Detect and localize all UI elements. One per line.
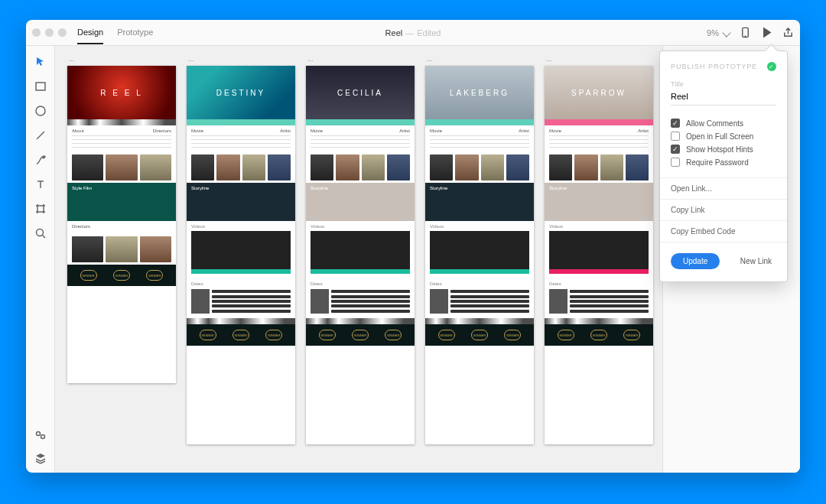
text-tool[interactable]	[34, 177, 47, 191]
videos-section: Videos	[425, 221, 534, 277]
svg-point-3	[36, 106, 45, 115]
artboard[interactable]: ...SPARROWMovieArtistStorylineVideosDate…	[545, 54, 653, 444]
artboard-label: ...	[307, 55, 415, 63]
style-film: Style Film	[67, 183, 176, 221]
tab-design[interactable]: Design	[77, 21, 103, 44]
option-label: Require Password	[686, 158, 749, 167]
publish-popover: PUBLISH PROTOTYPE ✓ Title ✓Allow Comment…	[659, 50, 788, 282]
popover-title: PUBLISH PROTOTYPE	[671, 63, 757, 70]
canvas[interactable]: ...R E E LAboutDirectorsStyle FilmDirect…	[55, 46, 662, 473]
storyline-section: Storyline	[545, 183, 653, 221]
device-preview-icon[interactable]	[739, 27, 751, 39]
titlebar: Design Prototype Reel — Edited 9%	[26, 20, 800, 46]
status-ok-icon: ✓	[767, 62, 776, 71]
rectangle-tool[interactable]	[34, 80, 47, 93]
ellipse-tool[interactable]	[34, 104, 47, 118]
hero: DESTINY	[187, 66, 295, 119]
awards-strip: WINNERWINNERWINNER	[187, 324, 295, 346]
option-2[interactable]: ✓Show Hotspot Hints	[671, 145, 776, 154]
title-label: Title	[671, 80, 776, 88]
layers-icon[interactable]	[34, 451, 47, 465]
prototype-title-input[interactable]	[671, 89, 776, 106]
page-mock[interactable]: CECILIAMovieArtistStorylineVideosDatesWI…	[306, 66, 415, 444]
link-action-2[interactable]: Copy Embed Code	[660, 221, 787, 242]
titlebar-right: 9%	[707, 27, 794, 39]
link-action-1[interactable]: Copy Link	[660, 200, 787, 221]
brush-divider	[67, 119, 176, 125]
page-mock[interactable]: R E E LAboutDirectorsStyle FilmDirectors…	[67, 66, 176, 383]
option-1[interactable]: Open in Full Screen	[671, 132, 776, 141]
checkbox-icon	[671, 132, 680, 141]
info-section: AboutDirectors	[67, 125, 176, 152]
page-mock[interactable]: SPARROWMovieArtistStorylineVideosDatesWI…	[545, 66, 653, 444]
artboard-label: ...	[546, 55, 653, 63]
hero: LAKEBERG	[425, 66, 534, 119]
brush-divider	[425, 119, 534, 125]
info-section: MovieArtist	[425, 125, 534, 152]
checkbox-icon: ✓	[671, 119, 680, 128]
new-link-button[interactable]: New Link	[736, 256, 776, 266]
option-3[interactable]: Require Password	[671, 158, 776, 167]
line-tool[interactable]	[34, 128, 47, 142]
minimize-dot[interactable]	[45, 28, 54, 37]
cast-thumbs	[67, 152, 176, 183]
svg-line-6	[42, 236, 45, 239]
zoom-control[interactable]: 9%	[707, 28, 730, 37]
storyline-section: Storyline	[425, 183, 534, 221]
maximize-dot[interactable]	[58, 28, 67, 37]
update-button[interactable]: Update	[671, 253, 720, 269]
link-action-0[interactable]: Open Link...	[660, 177, 787, 200]
dates-section: Dates	[425, 277, 534, 318]
popover-footer: Update New Link	[671, 253, 776, 269]
storyline-section: Storyline	[187, 183, 295, 221]
close-dot[interactable]	[32, 28, 41, 37]
mode-tabs: Design Prototype	[77, 21, 153, 44]
zoom-tool[interactable]	[34, 226, 47, 240]
videos-section: Videos	[187, 221, 295, 277]
artboard[interactable]: ...CECILIAMovieArtistStorylineVideosDate…	[306, 54, 415, 444]
svg-point-5	[36, 229, 43, 236]
info-section: MovieArtist	[187, 125, 295, 152]
option-label: Show Hotspot Hints	[686, 145, 753, 154]
awards-strip: WINNERWINNERWINNER	[306, 324, 415, 346]
select-tool[interactable]	[34, 55, 47, 69]
option-label: Allow Comments	[686, 119, 743, 128]
info-section: MovieArtist	[545, 125, 653, 152]
videos-section: Videos	[306, 221, 415, 277]
hero: SPARROW	[545, 66, 653, 119]
assets-icon[interactable]	[34, 428, 47, 442]
artboard[interactable]: ...LAKEBERGMovieArtistStorylineVideosDat…	[425, 54, 534, 444]
artboard-label: ...	[188, 55, 295, 63]
play-icon[interactable]	[760, 27, 772, 39]
brush-divider	[187, 119, 295, 125]
storyline-section: Storyline	[306, 183, 415, 221]
tab-prototype[interactable]: Prototype	[117, 21, 153, 44]
publish-options: ✓Allow CommentsOpen in Full Screen✓Show …	[671, 119, 776, 167]
doc-status: Edited	[417, 28, 441, 37]
option-0[interactable]: ✓Allow Comments	[671, 119, 776, 128]
artboard-tool[interactable]	[34, 202, 47, 216]
artboard-label: ...	[427, 55, 534, 63]
page-mock[interactable]: LAKEBERGMovieArtistStorylineVideosDatesW…	[425, 66, 534, 444]
checkbox-icon	[671, 158, 680, 167]
dates-section: Dates	[187, 277, 295, 318]
artboard[interactable]: ...R E E LAboutDirectorsStyle FilmDirect…	[67, 54, 176, 383]
share-icon[interactable]	[782, 27, 794, 39]
brush-divider	[545, 119, 653, 125]
awards-strip: WINNERWINNERWINNER	[67, 265, 176, 286]
cast-thumbs	[425, 152, 534, 183]
awards-strip: WINNERWINNERWINNER	[545, 324, 653, 346]
directors-section: Directors	[67, 221, 176, 234]
artboard[interactable]: ...DESTINYMovieArtistStorylineVideosDate…	[187, 54, 295, 444]
tool-panel	[26, 46, 55, 473]
dates-section: Dates	[306, 277, 415, 318]
svg-line-4	[37, 132, 44, 139]
doc-name: Reel	[385, 28, 403, 37]
checkbox-icon: ✓	[671, 145, 680, 154]
cast-thumbs	[306, 152, 415, 183]
page-mock[interactable]: DESTINYMovieArtistStorylineVideosDatesWI…	[187, 66, 295, 444]
artboard-label: ...	[69, 55, 176, 63]
app-window: Design Prototype Reel — Edited 9%	[26, 20, 800, 473]
pen-tool[interactable]	[34, 153, 47, 167]
svg-point-7	[36, 432, 40, 436]
